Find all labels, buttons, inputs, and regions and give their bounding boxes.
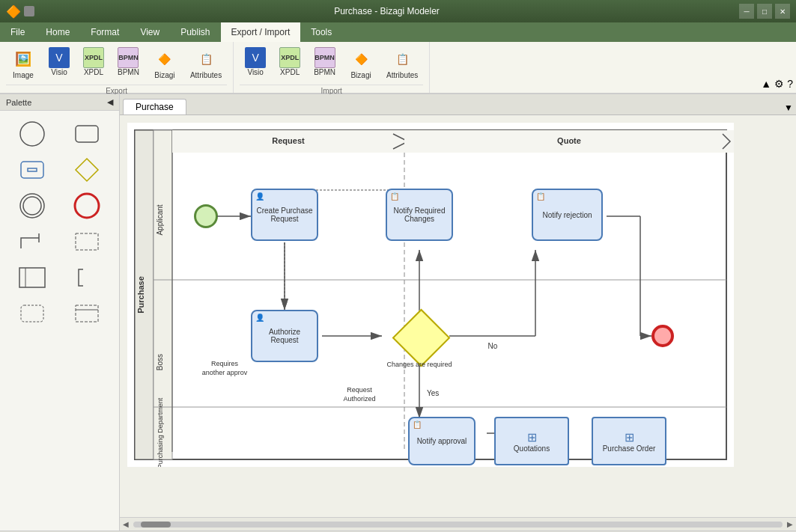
export-attributes-label: Attributes (190, 71, 222, 79)
request-authorized-label: Request (347, 386, 372, 394)
minimize-button[interactable]: ─ (739, 4, 754, 19)
svg-rect-1 (76, 126, 98, 142)
svg-rect-3 (28, 168, 37, 171)
palette-data-object[interactable] (64, 299, 111, 328)
tab-bar: Purchase ▼ (120, 94, 796, 115)
palette-call-activity[interactable] (9, 156, 56, 184)
tab-expand-button[interactable]: ▼ (784, 103, 793, 113)
ribbon-settings-button[interactable]: ⚙ (774, 78, 784, 90)
import-bizagi-button[interactable]: 🔶 Bizagi (344, 45, 378, 82)
palette-header: Palette ◀ (0, 94, 119, 111)
export-xpdl-button[interactable]: XPDL XPDL (78, 45, 109, 82)
palette-text-box[interactable] (64, 227, 111, 256)
import-bizagi-label: Bizagi (350, 71, 371, 79)
scroll-track[interactable] (133, 522, 783, 528)
export-image-button[interactable]: 🖼️ Image (6, 45, 40, 82)
request-section-label: Request (272, 136, 305, 145)
end-event[interactable] (651, 325, 674, 347)
import-bpmn-button[interactable]: BPMN BPMN (309, 45, 341, 82)
authorize-request-task[interactable]: 👤 Authorize Request (251, 310, 318, 362)
gateway-label: Changes are required (382, 361, 457, 368)
quotations-task[interactable]: ⊞ Quotations (494, 417, 569, 465)
export-bizagi-label: Bizagi (154, 71, 174, 79)
palette-annotation[interactable] (64, 263, 111, 292)
scroll-right-icon[interactable]: ▶ (787, 520, 793, 528)
start-event[interactable] (195, 205, 217, 227)
purchase-order-label: Purchase Order (603, 444, 656, 453)
svg-rect-22 (404, 130, 734, 153)
scroll-left-icon[interactable]: ◀ (123, 520, 129, 528)
import-buttons: V Visio XPDL XPDL BPMN BPMN 🔶 Bizagi 📋 A… (240, 45, 423, 82)
ribbon-collapse-button[interactable]: ▲ (761, 78, 771, 90)
notify-approval-label: Notify approval (417, 437, 467, 445)
palette-event-intermediate[interactable] (9, 192, 56, 220)
gateway[interactable] (392, 309, 451, 367)
svg-rect-2 (21, 162, 43, 178)
svg-marker-4 (76, 159, 98, 181)
svg-point-0 (20, 122, 44, 146)
palette-group[interactable] (9, 299, 56, 328)
notify-rejection-task[interactable]: 📋 Notify rejection (532, 189, 603, 241)
svg-point-5 (20, 194, 44, 218)
menu-bar: File Home Format View Publish Export / I… (0, 22, 796, 42)
palette-sequence-flow[interactable] (9, 227, 56, 256)
purchasing-lane-label: Purchasing Department (157, 397, 164, 467)
boss-lane-label: Boss (156, 354, 164, 370)
import-attributes-label: Attributes (386, 71, 418, 79)
notify-changes-label: Notify Required Changes (390, 207, 449, 223)
diagram-tab[interactable]: Purchase (123, 99, 186, 114)
ribbon-export-section: 🖼️ Image V Visio XPDL XPDL BPMN BPMN 🔶 B… (0, 42, 234, 93)
main-content: Palette ◀ (0, 94, 796, 531)
import-xpdl-button[interactable]: XPDL XPDL (274, 45, 306, 82)
export-attributes-button[interactable]: 📋 Attributes (185, 45, 227, 82)
notify-changes-task[interactable]: 📋 Notify Required Changes (386, 189, 453, 241)
svg-rect-9 (76, 233, 98, 250)
palette-event-end[interactable] (64, 192, 111, 220)
menu-tools[interactable]: Tools (300, 22, 342, 42)
maximize-button[interactable]: □ (757, 4, 772, 19)
notify-approval-task[interactable]: 📋 Notify approval (408, 417, 476, 465)
export-xpdl-label: XPDL (84, 68, 103, 76)
menu-file[interactable]: File (0, 22, 35, 42)
yes-label: Yes (427, 389, 439, 397)
scroll-thumb[interactable] (141, 522, 171, 528)
palette-gateway[interactable] (64, 156, 111, 184)
canvas-scroll[interactable]: Purchase Applicant Boss Purchasing Depar… (120, 115, 796, 517)
applicant-lane-label: Applicant (156, 204, 164, 235)
pool-label: Purchase (136, 276, 145, 314)
menu-export-import[interactable]: Export / Import (221, 22, 301, 42)
svg-rect-16 (135, 130, 154, 459)
visio-icon: V (49, 47, 70, 68)
export-bpmn-button[interactable]: BPMN BPMN (112, 45, 145, 82)
menu-format[interactable]: Format (80, 22, 130, 42)
authorize-request-label: Authorize Request (255, 328, 314, 344)
menu-publish[interactable]: Publish (170, 22, 220, 42)
import-visio-button[interactable]: V Visio (240, 45, 271, 82)
no-label: No (488, 342, 498, 350)
palette-task-rect[interactable] (64, 120, 111, 148)
svg-rect-12 (21, 305, 43, 322)
requires-label: Requires (211, 360, 239, 367)
palette-event-start[interactable] (9, 120, 56, 148)
import-attributes-button[interactable]: 📋 Attributes (381, 45, 423, 82)
ribbon-help-button[interactable]: ? (787, 78, 793, 90)
export-bizagi-button[interactable]: 🔶 Bizagi (148, 45, 182, 82)
export-visio-button[interactable]: V Visio (43, 45, 75, 82)
diagram-svg: Purchase Applicant Boss Purchasing Depar… (127, 123, 734, 467)
bottom-scrollbar[interactable]: ◀ ▶ (120, 517, 796, 531)
svg-point-7 (75, 194, 99, 218)
visio-import-icon: V (245, 47, 266, 68)
palette-collapse-icon[interactable]: ◀ (107, 97, 113, 107)
menu-view[interactable]: View (130, 22, 170, 42)
bizagi-export-icon: 🔶 (153, 47, 177, 71)
purchase-order-task[interactable]: ⊞ Purchase Order (592, 417, 666, 465)
svg-point-6 (23, 197, 41, 215)
notify-rejection-label: Notify rejection (542, 211, 592, 219)
export-image-label: Image (13, 71, 34, 79)
export-visio-label: Visio (51, 68, 67, 76)
palette-pool[interactable] (9, 263, 56, 292)
close-button[interactable]: ✕ (775, 4, 790, 19)
menu-home[interactable]: Home (35, 22, 80, 42)
svg-rect-10 (19, 268, 45, 287)
create-pr-task[interactable]: 👤 Create Purchase Request (251, 189, 318, 241)
